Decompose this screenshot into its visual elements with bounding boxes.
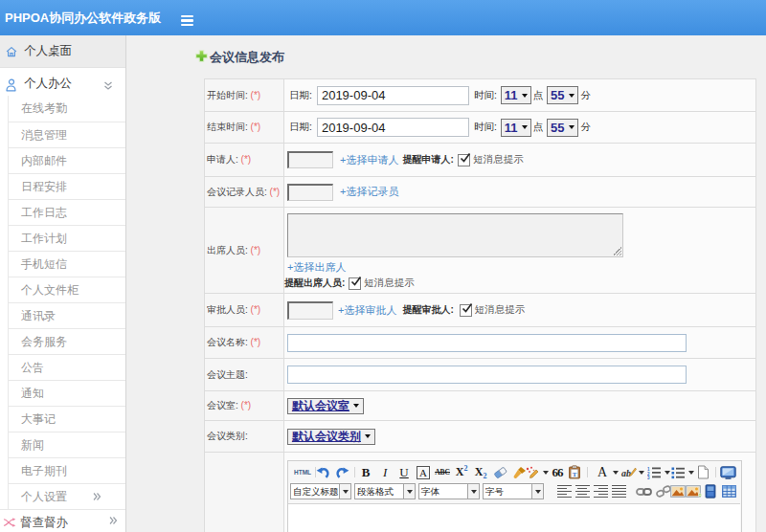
paste-as-text-icon[interactable]: T xyxy=(567,464,583,480)
align-center-icon[interactable] xyxy=(574,483,590,499)
sidebar-item-announcement[interactable]: 公告 xyxy=(9,354,125,380)
fullscreen-icon[interactable] xyxy=(720,464,736,480)
bold-icon[interactable]: B xyxy=(358,464,374,480)
ordered-list-icon[interactable]: 1 2 3 xyxy=(646,464,663,480)
image-upload-icon[interactable] xyxy=(686,483,702,499)
sidebar-item-notice[interactable]: 通知 xyxy=(9,380,125,406)
eraser-icon[interactable] xyxy=(492,464,508,480)
select-attendee-link[interactable]: +选择出席人 xyxy=(287,261,346,273)
align-justify-icon[interactable] xyxy=(611,483,626,499)
subscript-icon[interactable]: X2 xyxy=(473,464,489,480)
dropdown-arrow-icon[interactable] xyxy=(613,471,619,475)
blockquote-icon[interactable]: 66 xyxy=(550,464,566,480)
link-icon[interactable] xyxy=(636,483,652,499)
recorder-input[interactable] xyxy=(287,184,333,201)
undo-icon[interactable] xyxy=(315,464,331,480)
meeting-room-select[interactable]: 默认会议室 xyxy=(287,398,364,414)
image-icon[interactable] xyxy=(670,483,687,499)
sidebar-item-messages[interactable]: 消息管理 xyxy=(9,122,125,147)
sidebar-item-inspect[interactable]: 督查督办 xyxy=(0,509,125,532)
approver-sms-checkbox[interactable] xyxy=(460,304,472,317)
heading-select[interactable]: 自定义标题 xyxy=(290,483,351,499)
sidebar-item-meeting-service[interactable]: 会务服务 xyxy=(9,328,125,354)
sidebar-item-events[interactable]: 大事记 xyxy=(9,406,125,432)
approver-input[interactable] xyxy=(287,301,333,320)
font-family-select[interactable]: 字体 xyxy=(418,483,480,499)
sidebar-item-schedule[interactable]: 日程安排 xyxy=(9,173,125,199)
end-hour-select[interactable]: 11 xyxy=(501,119,531,137)
sidebar-item-contacts[interactable]: 通讯录 xyxy=(9,302,125,328)
start-minute-select[interactable]: 55 xyxy=(547,86,577,104)
dropdown-arrow-icon[interactable] xyxy=(688,471,694,475)
font-box-icon[interactable]: A xyxy=(416,464,432,480)
sidebar-item-label: 手机短信 xyxy=(21,257,67,271)
new-page-icon[interactable] xyxy=(695,464,711,480)
dropdown-arrow-icon[interactable] xyxy=(531,484,543,499)
font-size-select[interactable]: 字号 xyxy=(483,483,544,499)
align-right-icon[interactable] xyxy=(593,483,608,499)
italic-icon[interactable]: I xyxy=(377,464,394,480)
end-date-input[interactable]: 2019-09-04 xyxy=(317,118,469,137)
toolbar-separator xyxy=(715,467,716,477)
select-approver-link[interactable]: +选择审批人 xyxy=(338,303,396,318)
resize-grip-icon[interactable] xyxy=(613,247,621,255)
superscript-icon[interactable]: X2 xyxy=(454,464,470,480)
meeting-name-input[interactable] xyxy=(287,334,687,352)
row-recorder: 会议记录人员: (*) +选择记录员 xyxy=(205,177,756,208)
hamburger-icon[interactable] xyxy=(181,15,193,26)
dropdown-arrow-icon[interactable] xyxy=(543,471,549,475)
sidebar-item-journal[interactable]: 电子期刊 xyxy=(9,457,125,483)
sidebar-item-settings[interactable]: 个人设置 xyxy=(9,483,125,509)
field-cell: 日期: 2019-09-04 时间: 11 点 55 分 xyxy=(284,112,756,144)
dropdown-arrow-icon[interactable] xyxy=(639,471,644,475)
media-icon[interactable] xyxy=(702,483,718,499)
highlight-color-icon[interactable]: ab xyxy=(620,464,637,480)
row-meeting-category: 会议类别: 默认会议类别 xyxy=(205,421,756,453)
html-source-button[interactable]: HTML xyxy=(294,469,311,476)
sidebar-item-news[interactable]: 新闻 xyxy=(9,432,125,457)
field-label-text: 出席人员: xyxy=(207,245,248,255)
sidebar-item-workplan[interactable]: 工作计划 xyxy=(9,225,125,251)
applicant-sms-checkbox[interactable] xyxy=(458,154,470,166)
sidebar-item-worklog[interactable]: 工作日志 xyxy=(9,199,125,225)
underline-icon[interactable]: U xyxy=(396,464,413,480)
sidebar-item-label: 个人文件柜 xyxy=(21,283,79,297)
paragraph-select[interactable]: 段落格式 xyxy=(354,483,416,499)
align-left-icon[interactable] xyxy=(556,483,572,499)
applicant-input[interactable] xyxy=(287,151,333,168)
sidebar-item-desktop[interactable]: 个人桌面 xyxy=(0,35,125,68)
start-date-input[interactable]: 2019-09-04 xyxy=(317,86,469,105)
meeting-category-select[interactable]: 默认会议类别 xyxy=(287,429,375,445)
remind-applicant-label: 提醒申请人: xyxy=(402,153,453,166)
select-recorder-link[interactable]: +选择记录员 xyxy=(340,185,398,199)
redo-icon[interactable] xyxy=(334,464,350,480)
attendees-textarea[interactable] xyxy=(287,213,623,257)
dropdown-arrow-icon[interactable] xyxy=(339,484,350,499)
sidebar-item-mail[interactable]: 内部邮件 xyxy=(9,147,125,173)
sidebar-item-attendance[interactable]: 在线考勤 xyxy=(9,96,125,122)
field-label: 开始时间: (*) xyxy=(205,79,284,112)
sidebar-item-label: 个人办公 xyxy=(24,76,72,92)
main-content: 会议信息发布 开始时间: (*) 日期: 2019-09-04 时间: 11 点 xyxy=(127,35,766,532)
time-label: 时间: xyxy=(474,89,497,102)
unlink-icon[interactable] xyxy=(655,483,671,499)
dropdown-arrow-icon[interactable] xyxy=(403,484,415,499)
row-start-time: 开始时间: (*) 日期: 2019-09-04 时间: 11 点 55 分 xyxy=(205,79,756,112)
meeting-subject-input[interactable] xyxy=(287,366,687,384)
strikethrough-icon[interactable]: ABC xyxy=(435,464,451,480)
font-color-icon[interactable]: A xyxy=(595,464,611,480)
hour-unit: 点 xyxy=(533,121,544,134)
sidebar-item-sms[interactable]: 手机短信 xyxy=(9,251,125,277)
start-hour-select[interactable]: 11 xyxy=(501,86,531,104)
unordered-list-icon[interactable] xyxy=(670,464,687,480)
select-applicant-link[interactable]: +选择申请人 xyxy=(340,153,398,167)
sidebar-item-filecabinet[interactable]: 个人文件柜 xyxy=(9,277,125,302)
attendee-sms-checkbox[interactable] xyxy=(349,277,361,290)
end-minute-select[interactable]: 55 xyxy=(547,119,577,137)
magic-pencil-icon[interactable] xyxy=(525,464,541,480)
editor-content-area[interactable] xyxy=(288,503,740,532)
table-icon[interactable] xyxy=(721,483,737,499)
home-icon xyxy=(5,46,17,57)
dropdown-arrow-icon[interactable] xyxy=(467,484,479,499)
sidebar-item-office[interactable]: 个人办公 xyxy=(0,68,125,96)
